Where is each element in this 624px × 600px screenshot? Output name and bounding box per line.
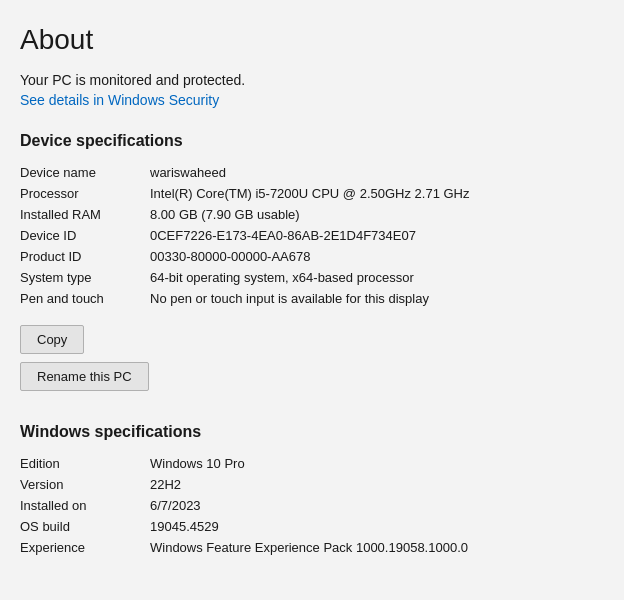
table-row: Installed RAM 8.00 GB (7.90 GB usable) — [20, 204, 604, 225]
table-row: Product ID 00330-80000-00000-AA678 — [20, 246, 604, 267]
copy-button[interactable]: Copy — [20, 325, 84, 354]
table-row: Device name wariswaheed — [20, 162, 604, 183]
table-row: Pen and touch No pen or touch input is a… — [20, 288, 604, 309]
spec-value: 0CEF7226-E173-4EA0-86AB-2E1D4F734E07 — [150, 225, 604, 246]
table-row: Version 22H2 — [20, 474, 604, 495]
spec-label: System type — [20, 267, 150, 288]
rename-button[interactable]: Rename this PC — [20, 362, 149, 391]
device-buttons: Copy Rename this PC — [20, 325, 604, 399]
spec-value: 6/7/2023 — [150, 495, 604, 516]
device-section-title: Device specifications — [20, 132, 604, 150]
table-row: OS build 19045.4529 — [20, 516, 604, 537]
spec-label: Pen and touch — [20, 288, 150, 309]
table-row: Experience Windows Feature Experience Pa… — [20, 537, 604, 558]
spec-label: Installed on — [20, 495, 150, 516]
spec-value: No pen or touch input is available for t… — [150, 288, 604, 309]
spec-label: Product ID — [20, 246, 150, 267]
spec-value: Windows Feature Experience Pack 1000.190… — [150, 537, 604, 558]
spec-value: 19045.4529 — [150, 516, 604, 537]
device-specs-table: Device name wariswaheed Processor Intel(… — [20, 162, 604, 309]
spec-label: Edition — [20, 453, 150, 474]
spec-value: Windows 10 Pro — [150, 453, 604, 474]
table-row: Installed on 6/7/2023 — [20, 495, 604, 516]
spec-value: 00330-80000-00000-AA678 — [150, 246, 604, 267]
page-title: About — [20, 24, 604, 56]
table-row: Edition Windows 10 Pro — [20, 453, 604, 474]
spec-label: OS build — [20, 516, 150, 537]
spec-value: Intel(R) Core(TM) i5-7200U CPU @ 2.50GHz… — [150, 183, 604, 204]
windows-section-title: Windows specifications — [20, 423, 604, 441]
table-row: Processor Intel(R) Core(TM) i5-7200U CPU… — [20, 183, 604, 204]
spec-label: Experience — [20, 537, 150, 558]
spec-value: 8.00 GB (7.90 GB usable) — [150, 204, 604, 225]
protection-text: Your PC is monitored and protected. — [20, 72, 604, 88]
spec-value: 64-bit operating system, x64-based proce… — [150, 267, 604, 288]
spec-label: Device ID — [20, 225, 150, 246]
spec-label: Processor — [20, 183, 150, 204]
spec-value: 22H2 — [150, 474, 604, 495]
windows-specs-table: Edition Windows 10 Pro Version 22H2 Inst… — [20, 453, 604, 558]
table-row: Device ID 0CEF7226-E173-4EA0-86AB-2E1D4F… — [20, 225, 604, 246]
spec-label: Installed RAM — [20, 204, 150, 225]
spec-value: wariswaheed — [150, 162, 604, 183]
spec-label: Version — [20, 474, 150, 495]
security-link[interactable]: See details in Windows Security — [20, 92, 219, 108]
spec-label: Device name — [20, 162, 150, 183]
table-row: System type 64-bit operating system, x64… — [20, 267, 604, 288]
